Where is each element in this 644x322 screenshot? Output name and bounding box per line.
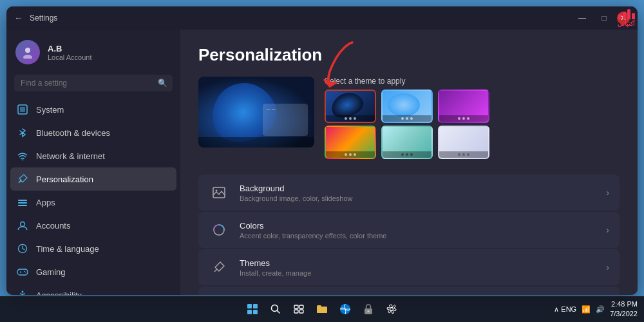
settings-list: Background Background image, color, slid… bbox=[198, 175, 620, 295]
close-button[interactable]: ✕ bbox=[617, 12, 630, 24]
sidebar-profile[interactable]: A.B Local Account bbox=[6, 30, 180, 72]
taskbar-time: 2:48 PM bbox=[610, 299, 638, 309]
svg-point-2 bbox=[23, 55, 32, 59]
svg-rect-4 bbox=[20, 107, 25, 112]
start-button[interactable] bbox=[243, 300, 261, 318]
sidebar-item-bluetooth[interactable]: Bluetooth & devices bbox=[10, 121, 176, 144]
apps-icon bbox=[17, 196, 28, 208]
settings-item-lockscreen[interactable]: Lock screen Lock screen images, apps, an… bbox=[198, 287, 620, 295]
theme-taskbar-4 bbox=[326, 151, 375, 158]
taskbar-search-button[interactable] bbox=[267, 300, 285, 318]
minimize-button[interactable]: — bbox=[573, 12, 591, 24]
accounts-icon bbox=[17, 220, 28, 231]
search-icon: 🔍 bbox=[158, 79, 167, 88]
sidebar-label-accounts: Accounts bbox=[36, 221, 70, 231]
theme-thumb-2[interactable] bbox=[381, 90, 433, 123]
main-content: Personalization ─ ─ Select a theme to ap… bbox=[180, 30, 638, 295]
task-view-button[interactable] bbox=[290, 300, 308, 318]
theme-taskbar-5 bbox=[383, 151, 431, 158]
theme-thumb-5[interactable] bbox=[381, 126, 433, 159]
taskbar-clock[interactable]: 2:48 PM 7/3/2022 bbox=[610, 299, 638, 319]
svg-rect-35 bbox=[294, 310, 298, 313]
svg-rect-33 bbox=[294, 305, 298, 308]
settings-item-colors[interactable]: Colors Accent color, transparency effect… bbox=[198, 212, 620, 248]
background-title: Background bbox=[240, 184, 596, 193]
sidebar-item-apps[interactable]: Apps bbox=[10, 191, 176, 214]
theme-thumb-1[interactable] bbox=[325, 90, 376, 123]
themes-icon bbox=[209, 257, 229, 278]
sidebar-item-accessibility[interactable]: Accessibility bbox=[10, 283, 176, 295]
browser-button[interactable] bbox=[336, 300, 354, 318]
theme-taskbar-3 bbox=[439, 115, 488, 122]
network-icon bbox=[17, 150, 28, 162]
back-button[interactable]: ← bbox=[14, 13, 23, 23]
profile-name: A.B bbox=[48, 44, 92, 53]
colors-title: Colors bbox=[240, 221, 596, 231]
taskbar-lock-button[interactable] bbox=[359, 300, 377, 318]
theme-preview-large: ─ ─ bbox=[198, 77, 314, 147]
taskbar-center bbox=[243, 300, 401, 318]
settings-item-background[interactable]: Background Background image, color, slid… bbox=[198, 175, 620, 211]
theme-section-label: Select a theme to apply bbox=[325, 77, 620, 86]
svg-point-12 bbox=[24, 270, 25, 272]
lockscreen-icon bbox=[209, 294, 229, 295]
settings-item-themes[interactable]: Themes Install, create, manage › bbox=[198, 249, 620, 285]
svg-point-19 bbox=[216, 190, 218, 192]
taskbar: ∧ ENG 📶 🔊 2:48 PM 7/3/2022 bbox=[0, 296, 644, 322]
svg-rect-34 bbox=[299, 305, 303, 308]
themes-text: Themes Install, create, manage bbox=[240, 258, 596, 277]
theme-section: ─ ─ Select a theme to apply bbox=[198, 77, 620, 159]
svg-rect-29 bbox=[253, 304, 258, 308]
taskbar-right: ∧ ENG 📶 🔊 2:48 PM 7/3/2022 bbox=[554, 299, 638, 319]
taskbar-date: 7/3/2022 bbox=[610, 309, 638, 319]
background-subtitle: Background image, color, slideshow bbox=[240, 194, 596, 202]
background-text: Background Background image, color, slid… bbox=[240, 184, 596, 202]
personalization-icon bbox=[17, 173, 28, 185]
window-title: Settings bbox=[30, 14, 57, 23]
sidebar-label-accessibility: Accessibility bbox=[36, 290, 82, 296]
svg-point-9 bbox=[21, 222, 25, 227]
svg-point-41 bbox=[390, 308, 393, 311]
time-icon bbox=[17, 243, 28, 254]
sidebar-item-accounts[interactable]: Accounts bbox=[10, 214, 176, 237]
sidebar-label-network: Network & internet bbox=[36, 151, 105, 161]
sidebar-label-personalization: Personalization bbox=[36, 175, 93, 184]
maximize-button[interactable]: □ bbox=[595, 12, 613, 24]
title-bar: ← Settings — □ ✕ bbox=[6, 6, 638, 30]
search-input[interactable] bbox=[14, 75, 173, 91]
accessibility-icon bbox=[17, 289, 28, 295]
taskbar-settings-button[interactable] bbox=[383, 300, 401, 318]
profile-account-type: Local Account bbox=[48, 53, 92, 61]
sidebar-nav: System Bluetooth & devices Network & int… bbox=[6, 98, 180, 295]
theme-taskbar-6 bbox=[439, 151, 488, 158]
theme-thumb-6[interactable] bbox=[438, 126, 489, 159]
sidebar-search: 🔍 bbox=[14, 75, 173, 91]
svg-point-13 bbox=[25, 271, 26, 272]
themes-chevron: › bbox=[606, 262, 609, 272]
theme-row-1 bbox=[325, 90, 620, 123]
sidebar: A.B Local Account 🔍 System bbox=[6, 30, 180, 295]
theme-thumb-4[interactable] bbox=[325, 126, 376, 159]
background-chevron: › bbox=[606, 187, 609, 198]
profile-info: A.B Local Account bbox=[48, 44, 92, 61]
sidebar-item-system[interactable]: System bbox=[10, 98, 176, 121]
sidebar-item-time[interactable]: Time & language bbox=[10, 237, 176, 260]
svg-rect-28 bbox=[247, 304, 252, 308]
svg-rect-8 bbox=[18, 205, 27, 206]
sidebar-item-personalization[interactable]: Personalization bbox=[10, 167, 176, 191]
sidebar-item-gaming[interactable]: Gaming bbox=[10, 260, 176, 283]
bluetooth-icon bbox=[17, 127, 28, 138]
taskbar-systray: ∧ ENG bbox=[554, 305, 576, 314]
svg-point-5 bbox=[22, 160, 23, 161]
colors-text: Colors Accent color, transparency effect… bbox=[240, 221, 596, 240]
theme-thumb-3[interactable] bbox=[438, 90, 489, 123]
colors-chevron: › bbox=[606, 225, 609, 235]
svg-rect-30 bbox=[247, 310, 252, 314]
svg-point-40 bbox=[368, 310, 370, 312]
sidebar-label-system: System bbox=[36, 105, 64, 115]
colors-icon bbox=[209, 220, 229, 240]
svg-rect-36 bbox=[299, 310, 303, 313]
sidebar-item-network[interactable]: Network & internet bbox=[10, 144, 176, 167]
file-explorer-button[interactable] bbox=[313, 300, 331, 318]
svg-rect-7 bbox=[18, 202, 27, 204]
